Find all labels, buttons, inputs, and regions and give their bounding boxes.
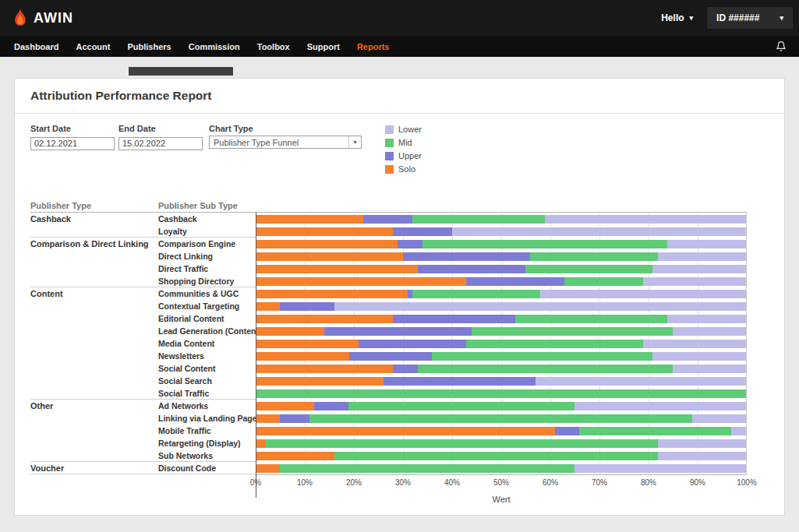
bar-segment-lower[interactable] [545, 215, 746, 224]
legend-item-mid[interactable]: Mid [385, 138, 422, 147]
notifications-bell-icon[interactable] [776, 41, 787, 52]
bar-segment-lower[interactable] [643, 340, 746, 348]
bar-segment-lower[interactable] [536, 377, 746, 386]
nav-item-reports[interactable]: Reports [357, 42, 390, 51]
bar-segment-lower[interactable] [673, 327, 746, 336]
bar-segment-lower[interactable] [731, 427, 746, 435]
bar-segment-lower[interactable] [667, 240, 746, 248]
bar-segment-lower[interactable] [658, 452, 746, 460]
bar-segment-mid[interactable] [564, 277, 643, 286]
awin-logo[interactable]: AWIN [12, 8, 73, 29]
bar-segment-solo[interactable] [256, 377, 384, 386]
bar-segment-solo[interactable] [256, 315, 393, 323]
bar-segment-mid[interactable] [530, 252, 658, 261]
chart-row-labels: CashbackCashbackLoyaltyComparison & Dire… [30, 213, 256, 475]
bar-segment-upper[interactable] [418, 265, 525, 273]
bar-segment-lower[interactable] [667, 315, 746, 323]
bar-segment-solo[interactable] [256, 340, 359, 348]
legend-swatch [385, 152, 394, 160]
bar-segment-upper[interactable] [466, 277, 564, 286]
legend-swatch [385, 125, 394, 134]
bar-segment-solo[interactable] [256, 215, 363, 224]
end-date-field: End Date [118, 124, 203, 178]
bar-segment-upper[interactable] [280, 302, 334, 311]
nav-item-toolbox[interactable]: Toolbox [257, 42, 290, 51]
bar-segment-upper[interactable] [314, 402, 348, 410]
bar-segment-lower[interactable] [692, 414, 746, 423]
bar-segment-upper[interactable] [324, 327, 472, 336]
bar-segment-solo[interactable] [256, 452, 334, 460]
bar-segment-mid[interactable] [334, 452, 658, 460]
x-axis-title: Wert [256, 495, 747, 504]
bar-segment-mid[interactable] [579, 427, 731, 435]
bar-segment-mid[interactable] [525, 265, 653, 273]
bar-segment-upper[interactable] [398, 240, 422, 248]
chart-type-select[interactable]: Publisher Type Funnel ▾ [209, 136, 362, 149]
bar-segment-mid[interactable] [412, 290, 540, 298]
bar-segment-mid[interactable] [412, 215, 545, 224]
bar-segment-solo[interactable] [256, 439, 266, 448]
publisher-sub-type-label: Newsletters [158, 350, 256, 362]
nav-item-account[interactable]: Account [76, 42, 110, 51]
legend-label: Solo [398, 164, 415, 174]
bar-segment-solo[interactable] [256, 277, 466, 286]
bar-segment-lower[interactable] [652, 265, 746, 273]
start-date-input[interactable] [30, 137, 115, 150]
nav-item-support[interactable]: Support [307, 42, 340, 51]
bar-segment-mid[interactable] [466, 340, 642, 348]
bar-segment-upper[interactable] [403, 252, 531, 261]
bar-segment-mid[interactable] [472, 327, 673, 336]
bar-segment-solo[interactable] [256, 365, 393, 373]
bar-segment-lower[interactable] [658, 252, 746, 261]
bar-segment-lower[interactable] [540, 290, 746, 298]
bar-segment-lower[interactable] [452, 227, 746, 236]
bar-segment-solo[interactable] [256, 265, 418, 273]
bar-segment-solo[interactable] [256, 240, 398, 248]
bar-segment-upper[interactable] [359, 340, 466, 348]
bar-segment-solo[interactable] [256, 427, 555, 435]
bar-segment-lower[interactable] [658, 439, 746, 448]
bar-segment-mid[interactable] [348, 402, 574, 410]
bar-segment-solo[interactable] [256, 327, 324, 336]
bar-segment-mid[interactable] [256, 389, 746, 398]
bar-segment-solo[interactable] [256, 414, 280, 423]
legend-item-lower[interactable]: Lower [385, 125, 422, 134]
bar-segment-lower[interactable] [673, 365, 746, 373]
bar-segment-solo[interactable] [256, 464, 280, 473]
bar-segment-upper[interactable] [384, 377, 536, 386]
bar-segment-mid[interactable] [432, 352, 652, 361]
bar-segment-solo[interactable] [256, 290, 408, 298]
nav-item-publishers[interactable]: Publishers [127, 42, 171, 51]
bar-segment-mid[interactable] [418, 365, 673, 373]
bar-segment-solo[interactable] [256, 252, 403, 261]
bar-segment-solo[interactable] [256, 402, 314, 410]
bar-segment-lower[interactable] [575, 464, 746, 473]
bar-segment-upper[interactable] [393, 315, 515, 323]
bar-segment-lower[interactable] [334, 302, 746, 311]
publisher-sub-type-label: Contextual Targeting [158, 300, 256, 312]
legend-item-solo[interactable]: Solo [385, 164, 422, 174]
bar-segment-solo[interactable] [256, 227, 393, 236]
bar-segment-upper[interactable] [393, 227, 451, 236]
bar-segment-lower[interactable] [652, 352, 746, 361]
end-date-input[interactable] [118, 137, 203, 150]
bar-segment-mid[interactable] [280, 464, 574, 473]
hello-user-menu[interactable]: Hello ▾ [661, 12, 693, 23]
bar-segment-solo[interactable] [256, 302, 280, 311]
bar-segment-upper[interactable] [393, 365, 417, 373]
bar-segment-upper[interactable] [363, 215, 412, 224]
bar-segment-upper[interactable] [555, 427, 579, 435]
bar-segment-lower[interactable] [643, 277, 746, 286]
bar-segment-mid[interactable] [422, 240, 668, 248]
bar-segment-mid[interactable] [266, 439, 658, 448]
nav-item-commission[interactable]: Commission [189, 42, 240, 51]
bar-segment-upper[interactable] [280, 414, 309, 423]
legend-item-upper[interactable]: Upper [385, 151, 422, 160]
bar-segment-mid[interactable] [515, 315, 667, 323]
bar-segment-solo[interactable] [256, 352, 349, 361]
bar-segment-lower[interactable] [575, 402, 746, 410]
account-id-menu[interactable]: ID ###### ▾ [707, 7, 793, 29]
bar-segment-mid[interactable] [309, 414, 692, 423]
bar-segment-upper[interactable] [349, 352, 433, 361]
nav-item-dashboard[interactable]: Dashboard [14, 42, 58, 51]
